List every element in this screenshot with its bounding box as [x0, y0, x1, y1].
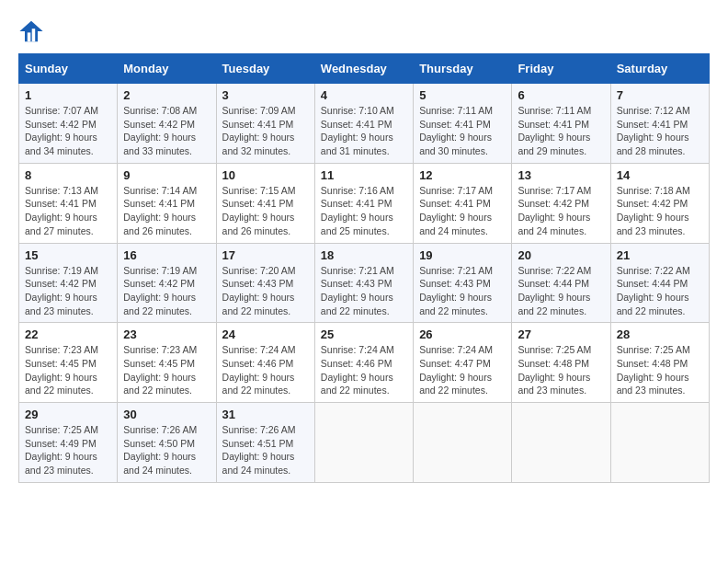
daylight-label: Daylight: 9 hours and 23 minutes. [25, 292, 97, 316]
daylight-label: Daylight: 9 hours and 23 minutes. [518, 372, 590, 396]
sunset-label: Sunset: 4:41 PM [419, 119, 491, 130]
daylight-label: Daylight: 9 hours and 31 minutes. [321, 132, 393, 156]
week-row-1: 1 Sunrise: 7:07 AM Sunset: 4:42 PM Dayli… [19, 84, 710, 164]
day-info: Sunrise: 7:23 AM Sunset: 4:45 PM Dayligh… [123, 343, 210, 397]
sunset-label: Sunset: 4:48 PM [518, 358, 589, 369]
day-cell: 6 Sunrise: 7:11 AM Sunset: 4:41 PM Dayli… [512, 84, 610, 164]
sunset-label: Sunset: 4:41 PM [25, 198, 97, 209]
day-cell: 7 Sunrise: 7:12 AM Sunset: 4:41 PM Dayli… [610, 84, 709, 164]
day-info: Sunrise: 7:18 AM Sunset: 4:42 PM Dayligh… [617, 184, 703, 238]
sunrise-label: Sunrise: 7:19 AM [25, 265, 98, 276]
header-cell-thursday: Thursday [414, 54, 512, 84]
day-cell [610, 403, 709, 483]
sunset-label: Sunset: 4:41 PM [321, 198, 392, 209]
header-cell-wednesday: Wednesday [314, 54, 413, 84]
day-info: Sunrise: 7:10 AM Sunset: 4:41 PM Dayligh… [321, 104, 407, 158]
day-number: 30 [123, 408, 210, 421]
page-header [18, 18, 710, 44]
sunset-label: Sunset: 4:42 PM [617, 198, 688, 209]
daylight-label: Daylight: 9 hours and 22 minutes. [222, 372, 295, 396]
daylight-label: Daylight: 9 hours and 25 minutes. [321, 212, 393, 236]
sunset-label: Sunset: 4:42 PM [518, 198, 589, 209]
sunrise-label: Sunrise: 7:21 AM [321, 265, 394, 276]
day-cell: 25 Sunrise: 7:24 AM Sunset: 4:46 PM Dayl… [314, 323, 413, 403]
sunrise-label: Sunrise: 7:21 AM [419, 265, 493, 276]
day-number: 12 [419, 168, 506, 182]
sunset-label: Sunset: 4:51 PM [222, 438, 294, 449]
header-cell-sunday: Sunday [19, 54, 118, 84]
sunrise-label: Sunrise: 7:24 AM [419, 344, 493, 355]
sunset-label: Sunset: 4:41 PM [321, 119, 392, 130]
daylight-label: Daylight: 9 hours and 26 minutes. [123, 212, 196, 236]
sunrise-label: Sunrise: 7:10 AM [321, 105, 394, 116]
daylight-label: Daylight: 9 hours and 24 minutes. [222, 451, 295, 476]
day-number: 9 [123, 168, 210, 182]
sunrise-label: Sunrise: 7:24 AM [321, 344, 394, 355]
day-number: 10 [222, 168, 309, 182]
sunrise-label: Sunrise: 7:11 AM [419, 105, 493, 116]
daylight-label: Daylight: 9 hours and 27 minutes. [25, 212, 97, 236]
day-cell: 10 Sunrise: 7:15 AM Sunset: 4:41 PM Dayl… [216, 163, 314, 243]
sunrise-label: Sunrise: 7:07 AM [25, 105, 98, 116]
day-number: 25 [321, 327, 407, 341]
day-info: Sunrise: 7:26 AM Sunset: 4:51 PM Dayligh… [222, 423, 309, 477]
day-cell: 11 Sunrise: 7:16 AM Sunset: 4:41 PM Dayl… [314, 163, 413, 243]
day-cell: 2 Sunrise: 7:08 AM Sunset: 4:42 PM Dayli… [118, 84, 216, 164]
sunrise-label: Sunrise: 7:16 AM [321, 185, 394, 196]
daylight-label: Daylight: 9 hours and 22 minutes. [321, 292, 393, 316]
daylight-label: Daylight: 9 hours and 22 minutes. [123, 292, 196, 316]
day-cell: 24 Sunrise: 7:24 AM Sunset: 4:46 PM Dayl… [216, 323, 314, 403]
svg-rect-3 [32, 29, 36, 41]
daylight-label: Daylight: 9 hours and 28 minutes. [617, 132, 689, 156]
day-cell: 31 Sunrise: 7:26 AM Sunset: 4:51 PM Dayl… [216, 403, 314, 483]
daylight-label: Daylight: 9 hours and 22 minutes. [123, 372, 196, 396]
day-number: 11 [321, 168, 407, 182]
day-info: Sunrise: 7:09 AM Sunset: 4:41 PM Dayligh… [222, 104, 309, 158]
day-number: 29 [25, 408, 111, 421]
sunset-label: Sunset: 4:41 PM [222, 119, 294, 130]
day-number: 6 [518, 88, 604, 102]
sunset-label: Sunset: 4:41 PM [617, 119, 688, 130]
day-number: 7 [617, 88, 703, 102]
day-info: Sunrise: 7:25 AM Sunset: 4:49 PM Dayligh… [25, 423, 111, 477]
day-cell: 22 Sunrise: 7:23 AM Sunset: 4:45 PM Dayl… [19, 323, 118, 403]
day-cell: 8 Sunrise: 7:13 AM Sunset: 4:41 PM Dayli… [19, 163, 118, 243]
day-cell: 28 Sunrise: 7:25 AM Sunset: 4:48 PM Dayl… [610, 323, 709, 403]
day-number: 27 [518, 327, 604, 341]
day-number: 24 [222, 327, 309, 341]
day-number: 2 [123, 88, 210, 102]
sunset-label: Sunset: 4:50 PM [123, 438, 195, 449]
sunset-label: Sunset: 4:44 PM [518, 278, 589, 289]
sunrise-label: Sunrise: 7:08 AM [123, 105, 197, 116]
day-cell: 13 Sunrise: 7:17 AM Sunset: 4:42 PM Dayl… [512, 163, 610, 243]
sunset-label: Sunset: 4:48 PM [617, 358, 688, 369]
sunrise-label: Sunrise: 7:17 AM [518, 185, 591, 196]
header-cell-monday: Monday [118, 54, 216, 84]
day-info: Sunrise: 7:21 AM Sunset: 4:43 PM Dayligh… [419, 264, 506, 318]
day-cell: 21 Sunrise: 7:22 AM Sunset: 4:44 PM Dayl… [610, 243, 709, 323]
day-number: 22 [25, 327, 111, 341]
daylight-label: Daylight: 9 hours and 26 minutes. [222, 212, 295, 236]
day-info: Sunrise: 7:12 AM Sunset: 4:41 PM Dayligh… [617, 104, 703, 158]
sunrise-label: Sunrise: 7:13 AM [25, 185, 98, 196]
day-info: Sunrise: 7:20 AM Sunset: 4:43 PM Dayligh… [222, 264, 309, 318]
sunset-label: Sunset: 4:43 PM [321, 278, 392, 289]
day-number: 28 [617, 327, 703, 341]
sunrise-label: Sunrise: 7:25 AM [518, 344, 591, 355]
sunrise-label: Sunrise: 7:20 AM [222, 265, 296, 276]
day-info: Sunrise: 7:24 AM Sunset: 4:47 PM Dayligh… [419, 343, 506, 397]
logo [18, 18, 48, 44]
sunset-label: Sunset: 4:41 PM [518, 119, 589, 130]
daylight-label: Daylight: 9 hours and 22 minutes. [617, 292, 689, 316]
week-row-3: 15 Sunrise: 7:19 AM Sunset: 4:42 PM Dayl… [19, 243, 710, 323]
day-info: Sunrise: 7:15 AM Sunset: 4:41 PM Dayligh… [222, 184, 309, 238]
day-cell: 9 Sunrise: 7:14 AM Sunset: 4:41 PM Dayli… [118, 163, 216, 243]
sunrise-label: Sunrise: 7:11 AM [518, 105, 591, 116]
sunrise-label: Sunrise: 7:22 AM [617, 265, 690, 276]
daylight-label: Daylight: 9 hours and 29 minutes. [518, 132, 590, 156]
day-info: Sunrise: 7:17 AM Sunset: 4:42 PM Dayligh… [518, 184, 604, 238]
sunset-label: Sunset: 4:41 PM [222, 198, 294, 209]
sunset-label: Sunset: 4:47 PM [419, 358, 491, 369]
header-cell-tuesday: Tuesday [216, 54, 314, 84]
day-cell: 23 Sunrise: 7:23 AM Sunset: 4:45 PM Dayl… [118, 323, 216, 403]
